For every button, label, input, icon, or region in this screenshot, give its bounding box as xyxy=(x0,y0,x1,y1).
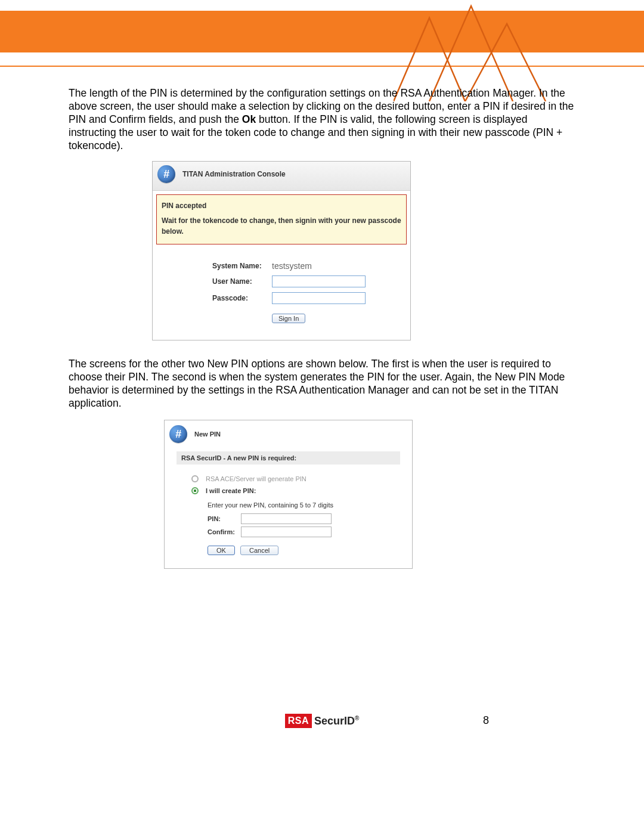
notice-header: PIN accepted xyxy=(162,201,401,211)
pin-accepted-notice: PIN accepted Wait for the tokencode to c… xyxy=(156,194,407,244)
radio-server-label: RSA ACE/Server will generate PIN xyxy=(206,475,306,482)
securid-text: SecurID® xyxy=(314,715,359,727)
radio-on-icon xyxy=(191,487,199,494)
rsa-badge: RSA xyxy=(285,714,312,728)
label-passcode: Passcode: xyxy=(153,294,272,302)
ok-button[interactable]: OK xyxy=(208,546,235,555)
header-graphic xyxy=(394,0,549,101)
paragraph-1: The length of the PIN is determined by t… xyxy=(69,87,575,152)
signin-button[interactable]: Sign In xyxy=(272,314,305,323)
registered-mark: ® xyxy=(355,715,359,721)
newpin-titlebar: # New PIN xyxy=(165,420,412,451)
passcode-input[interactable] xyxy=(272,292,366,304)
label-confirm: Confirm: xyxy=(208,528,241,535)
hash-icon: # xyxy=(157,165,175,183)
value-system-name: testsystem xyxy=(272,261,391,271)
newpin-dialog: # New PIN RSA SecurID - A new PIN is req… xyxy=(164,420,413,569)
label-pin: PIN: xyxy=(208,515,241,522)
confirm-pin-input[interactable] xyxy=(241,527,332,537)
newpin-title: New PIN xyxy=(194,431,221,438)
notice-body: Wait for the tokencode to change, then s… xyxy=(162,216,401,237)
pin-input[interactable] xyxy=(241,513,332,524)
titan-title: TITAN Administration Console xyxy=(182,170,286,178)
login-form: System Name: testsystem User Name: Passc… xyxy=(153,248,410,340)
label-system-name: System Name: xyxy=(153,262,272,270)
cancel-button[interactable]: Cancel xyxy=(240,546,278,555)
radio-user-label: I will create PIN: xyxy=(206,487,256,494)
titan-titlebar: # TITAN Administration Console xyxy=(153,162,410,191)
radio-server-generate[interactable]: RSA ACE/Server will generate PIN xyxy=(191,475,412,482)
paragraph-2: The screens for the other two New PIN op… xyxy=(69,358,575,410)
page-number: 8 xyxy=(483,714,489,727)
securid-word: SecurID xyxy=(314,715,355,727)
hash-icon: # xyxy=(169,425,187,443)
para1-bold: Ok xyxy=(242,113,256,125)
label-user-name: User Name: xyxy=(153,277,272,286)
radio-off-icon xyxy=(191,475,199,482)
titan-console: # TITAN Administration Console PIN accep… xyxy=(152,161,411,340)
pin-instruction: Enter your new PIN, containing 5 to 7 di… xyxy=(208,501,412,509)
newpin-required-banner: RSA SecurID - A new PIN is required: xyxy=(177,451,400,465)
radio-user-create[interactable]: I will create PIN: xyxy=(191,487,412,494)
footer-logo: RSA SecurID® xyxy=(0,714,644,728)
username-input[interactable] xyxy=(272,275,366,287)
